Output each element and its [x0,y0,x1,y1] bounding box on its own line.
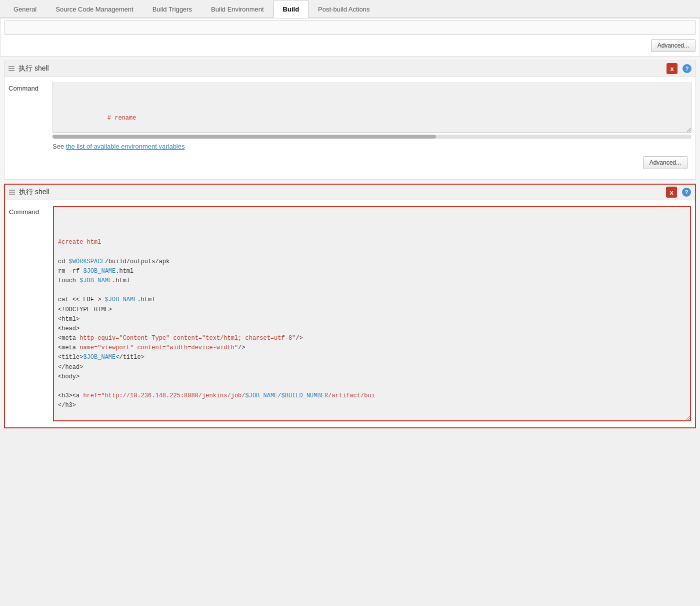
tab-build-environment[interactable]: Build Environment [202,0,274,18]
section2-title: 执行 shell [19,188,50,197]
section2-code-display: #create html cd $WORKSPACE/build/outputs… [58,228,686,421]
section1-code-editor[interactable]: # rename mv $WORKSPACE/build/outputs/apk… [52,83,692,133]
section1-see-link-row: See the list of available environment va… [8,139,692,152]
section1-command-row: Command # rename mv $WORKSPACE/build/out… [8,83,692,139]
section1-scrollbar-track[interactable] [52,135,692,139]
top-partial-section: Advanced... [0,18,700,57]
tab-build[interactable]: Build [274,0,309,18]
tab-source-code[interactable]: Source Code Management [46,0,142,18]
top-advanced-button[interactable]: Advanced... [651,39,696,52]
section2-delete-button[interactable]: x [666,187,677,198]
section2-code-editor[interactable]: #create html cd $WORKSPACE/build/outputs… [53,206,691,421]
section1-command-area: # rename mv $WORKSPACE/build/outputs/apk… [52,83,692,139]
section2-command-row: Command #create html cd $WORKSPACE/build… [9,206,691,421]
section1-body: Command # rename mv $WORKSPACE/build/out… [4,77,696,179]
section1-help-icon[interactable]: ? [682,64,692,73]
section1-command-label: Command [8,83,48,92]
section2-card: 执行 shell x ? Command #create html cd $WO… [4,184,696,428]
section1-title: 执行 shell [18,64,49,73]
section2-header: 执行 shell x ? [5,185,695,200]
tab-bar: General Source Code Management Build Tri… [0,0,700,18]
section2-command-label: Command [9,206,49,216]
section1-header: 执行 shell x ? [4,61,696,77]
main-content: Advanced... 执行 shell x ? Command # renam… [0,18,700,428]
section1-code-display: # rename mv $WORKSPACE/build/outputs/apk… [57,104,687,133]
section1-advanced-button[interactable]: Advanced... [643,156,688,169]
section2-help-icon[interactable]: ? [682,188,691,197]
tab-build-triggers[interactable]: Build Triggers [143,0,202,18]
section1-delete-button[interactable]: x [666,63,678,74]
top-partial-textarea[interactable] [4,21,696,35]
section1-env-vars-link[interactable]: the list of available environment variab… [66,143,185,150]
section1-advanced-row: Advanced... [8,152,692,173]
section2-drag-handle[interactable] [9,190,15,195]
section1-card: 执行 shell x ? Command # rename mv $WORKSP… [4,61,696,180]
section1-scrollbar-thumb[interactable] [52,135,436,139]
tab-post-build[interactable]: Post-build Actions [308,0,379,18]
section2-body: Command #create html cd $WORKSPACE/build… [5,200,695,427]
section2-command-area: #create html cd $WORKSPACE/build/outputs… [53,206,691,421]
section1-drag-handle[interactable] [8,66,14,71]
section1-see-text: See [52,143,66,150]
top-partial-advanced-row: Advanced... [4,36,696,52]
tab-general[interactable]: General [4,0,46,18]
